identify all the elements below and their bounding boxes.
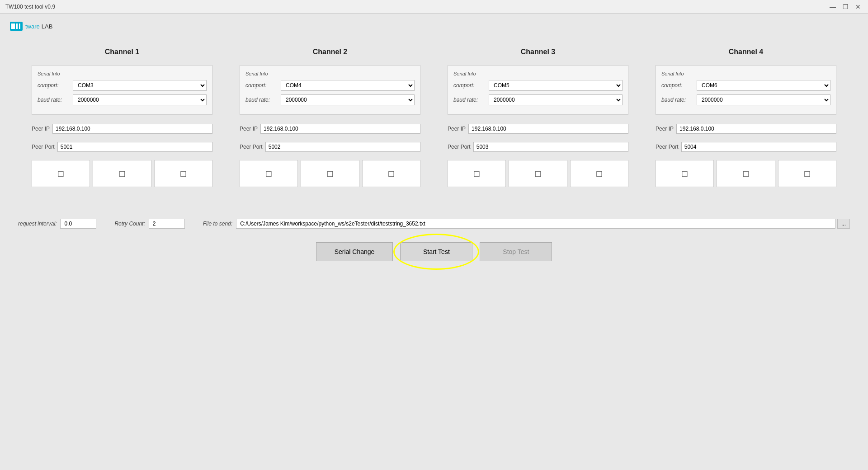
peer-port-label: Peer Port: [240, 144, 263, 150]
retry-count-label: Retry Count:: [114, 221, 145, 227]
channel-3: Channel 3 Serial Info comport: COM1COM2C…: [434, 48, 642, 196]
peer-port-input[interactable]: [57, 142, 212, 152]
baudrate-label: baud rate:: [453, 97, 485, 103]
file-browse-button[interactable]: ...: [837, 219, 850, 229]
svg-rect-3: [19, 24, 20, 29]
comport-select[interactable]: COM1COM2COM3COM4COM5COM6: [489, 80, 623, 91]
indicator-symbol: □: [474, 169, 480, 179]
baudrate-select[interactable]: 96001152002000000: [697, 94, 830, 105]
file-path-input[interactable]: [236, 219, 835, 229]
channels-row: Channel 1 Serial Info comport: COM1COM2C…: [18, 48, 850, 196]
channel-title: Channel 3: [448, 48, 628, 56]
serial-info-box: Serial Info comport: COM1COM2COM3COM4COM…: [656, 65, 836, 115]
peer-port-label: Peer Port: [448, 144, 471, 150]
baudrate-row: baud rate: 96001152002000000: [245, 94, 415, 105]
peer-ip-row: Peer IP: [32, 124, 212, 134]
comport-row: comport: COM1COM2COM3COM4COM5COM6: [453, 80, 623, 91]
indicator-box: □: [32, 160, 90, 187]
serial-change-button[interactable]: Serial Change: [316, 242, 393, 261]
peer-ip-label: Peer IP: [448, 126, 466, 132]
comport-label: comport:: [661, 82, 693, 89]
retry-count-field: Retry Count:: [114, 219, 184, 229]
baudrate-row: baud rate: 96001152002000000: [453, 94, 623, 105]
start-test-wrapper: Start Test: [400, 242, 472, 261]
title-bar: TW100 test tool v0.9 — ❐ ✕: [0, 0, 868, 14]
logo-tware-text: tware: [25, 23, 40, 30]
bottom-controls: request interval: Retry Count: File to s…: [0, 219, 868, 261]
svg-rect-1: [11, 24, 15, 29]
comport-select[interactable]: COM1COM2COM3COM4COM5COM6: [281, 80, 415, 91]
peer-port-label: Peer Port: [32, 144, 55, 150]
indicator-symbol: □: [682, 169, 688, 179]
comport-label: comport:: [245, 82, 277, 89]
request-interval-input[interactable]: [60, 219, 96, 229]
peer-ip-input[interactable]: [468, 124, 628, 134]
indicator-symbol: □: [266, 169, 272, 179]
indicator-symbol: □: [327, 169, 333, 179]
indicator-box: □: [448, 160, 506, 187]
peer-port-input[interactable]: [473, 142, 628, 152]
window-controls: — ❐ ✕: [828, 2, 863, 11]
channel-1: Channel 1 Serial Info comport: COM1COM2C…: [18, 48, 226, 196]
serial-info-box: Serial Info comport: COM1COM2COM3COM4COM…: [448, 65, 628, 115]
comport-label: comport:: [453, 82, 485, 89]
channel-2: Channel 2 Serial Info comport: COM1COM2C…: [226, 48, 434, 196]
indicator-row: □□□: [240, 160, 420, 187]
serial-info-box: Serial Info comport: COM1COM2COM3COM4COM…: [32, 65, 212, 115]
restore-button[interactable]: ❐: [841, 2, 850, 11]
peer-port-input[interactable]: [265, 142, 420, 152]
indicator-symbol: □: [58, 169, 64, 179]
logo-icon: [9, 19, 24, 33]
baudrate-select[interactable]: 96001152002000000: [73, 94, 207, 105]
peer-ip-label: Peer IP: [656, 126, 674, 132]
indicator-symbol: □: [119, 169, 125, 179]
peer-ip-input[interactable]: [52, 124, 212, 134]
comport-row: comport: COM1COM2COM3COM4COM5COM6: [38, 80, 207, 91]
baudrate-label: baud rate:: [661, 97, 693, 103]
stop-test-button[interactable]: Stop Test: [480, 242, 552, 261]
peer-port-row: Peer Port: [448, 142, 628, 152]
channel-title: Channel 1: [32, 48, 212, 56]
comport-row: comport: COM1COM2COM3COM4COM5COM6: [661, 80, 830, 91]
peer-ip-input[interactable]: [676, 124, 836, 134]
file-to-send-field: File to send: ...: [203, 219, 850, 229]
indicator-symbol: □: [596, 169, 602, 179]
main-content: Channel 1 Serial Info comport: COM1COM2C…: [0, 39, 868, 205]
close-button[interactable]: ✕: [854, 2, 863, 11]
file-to-send-label: File to send:: [203, 221, 232, 227]
baudrate-label: baud rate:: [38, 97, 69, 103]
baudrate-select[interactable]: 96001152002000000: [281, 94, 415, 105]
channel-title: Channel 2: [240, 48, 420, 56]
peer-ip-label: Peer IP: [32, 126, 50, 132]
indicator-symbol: □: [388, 169, 394, 179]
indicator-symbol: □: [743, 169, 749, 179]
logo-lab-text: LAB: [42, 23, 53, 30]
comport-label: comport:: [38, 82, 69, 89]
file-input-row: ...: [236, 219, 850, 229]
indicator-box: □: [240, 160, 298, 187]
logo: tware LAB: [9, 19, 859, 33]
svg-rect-2: [16, 24, 18, 29]
minimize-button[interactable]: —: [828, 2, 837, 11]
indicator-box: □: [154, 160, 212, 187]
serial-info-label: Serial Info: [453, 71, 623, 76]
indicator-row: □□□: [448, 160, 628, 187]
request-interval-field: request interval:: [18, 219, 96, 229]
serial-info-box: Serial Info comport: COM1COM2COM3COM4COM…: [240, 65, 420, 115]
peer-port-input[interactable]: [681, 142, 836, 152]
peer-ip-input[interactable]: [260, 124, 420, 134]
baudrate-select[interactable]: 96001152002000000: [489, 94, 623, 105]
start-test-button[interactable]: Start Test: [400, 242, 472, 261]
peer-port-row: Peer Port: [656, 142, 836, 152]
serial-info-label: Serial Info: [38, 71, 207, 76]
indicator-symbol: □: [535, 169, 541, 179]
baudrate-label: baud rate:: [245, 97, 277, 103]
buttons-row: Serial Change Start Test Stop Test: [18, 242, 850, 261]
comport-select[interactable]: COM1COM2COM3COM4COM5COM6: [73, 80, 207, 91]
serial-info-label: Serial Info: [245, 71, 415, 76]
retry-count-input[interactable]: [149, 219, 185, 229]
indicator-box: □: [301, 160, 359, 187]
indicator-box: □: [93, 160, 151, 187]
comport-select[interactable]: COM1COM2COM3COM4COM5COM6: [697, 80, 830, 91]
channel-4: Channel 4 Serial Info comport: COM1COM2C…: [642, 48, 850, 196]
